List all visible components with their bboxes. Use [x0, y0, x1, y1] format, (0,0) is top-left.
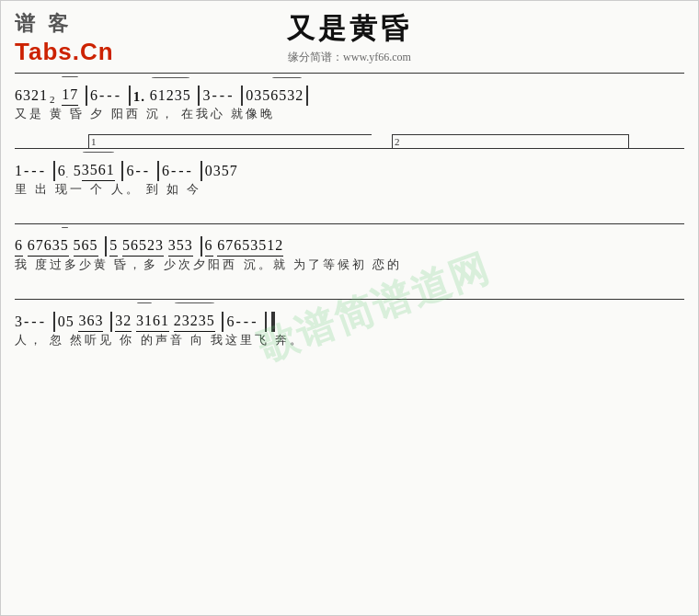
- note: 7: [70, 86, 78, 106]
- dash: -: [115, 86, 120, 106]
- note-group: 17: [62, 86, 78, 106]
- note: 5: [90, 236, 98, 257]
- note: 6: [226, 313, 235, 332]
- final-bar: [271, 312, 275, 332]
- bar-line: [265, 312, 267, 332]
- note-group: 5: [61, 236, 69, 257]
- note: 2: [147, 236, 155, 257]
- dot: .: [66, 170, 69, 181]
- note: 2: [166, 86, 175, 106]
- note: 6: [82, 236, 90, 257]
- note: 3: [175, 86, 183, 106]
- note: 1: [15, 162, 23, 181]
- bar-line: [306, 86, 308, 106]
- note: 6: [58, 162, 66, 181]
- note: 6: [150, 86, 158, 106]
- note-group: 3 1: [136, 312, 153, 332]
- arc: [175, 302, 214, 303]
- note: 5: [109, 236, 118, 257]
- subtitle: 缘分简谱：www.yf66.com: [287, 50, 412, 65]
- dash: -: [187, 162, 192, 181]
- note: 1: [144, 312, 153, 332]
- note: 3: [15, 313, 23, 332]
- title-area: 又是黄昏 缘分简谱：www.yf66.com: [287, 10, 412, 65]
- volta-1: 1: [88, 134, 372, 148]
- note: 2: [190, 312, 199, 332]
- note: 3: [52, 236, 61, 257]
- note: 3: [78, 312, 86, 332]
- note-group: 2 3 2 3 5: [174, 312, 215, 332]
- note: 6: [162, 162, 170, 181]
- note: 3: [254, 86, 262, 106]
- dash: -: [244, 313, 249, 332]
- dash: -: [212, 86, 217, 106]
- volta-2: 2: [392, 134, 629, 148]
- note: 6: [15, 86, 23, 106]
- dash: -: [24, 313, 29, 332]
- logo-tabs-text: 谱 客: [15, 10, 114, 38]
- note: 5: [139, 236, 147, 257]
- dash: -: [235, 313, 241, 332]
- note: 6: [205, 236, 213, 257]
- lyrics-row-4: 人， 忽 然听见 你 的声音 向 我这里飞 奔。: [15, 332, 684, 358]
- note-group: 3 5 6 1: [82, 161, 115, 181]
- note: 6: [153, 312, 161, 332]
- dash: -: [31, 313, 37, 332]
- notation-row-1: 6 3 2 1 2 17 6 - - - 1. 6 1 2 3 5: [15, 73, 684, 106]
- dash: -: [31, 162, 37, 181]
- note-group: 6 5 3 2: [270, 86, 304, 106]
- bar-line: [222, 312, 223, 332]
- logo-cn-text: Tabs.Cn: [15, 38, 114, 66]
- lyrics-row-2: 里 出 现一 个 人。 到 如 今: [15, 181, 684, 207]
- note: 5: [122, 236, 131, 257]
- note: 5: [279, 86, 287, 106]
- dash: -: [99, 86, 105, 106]
- logo-area: 谱 客 Tabs.Cn: [15, 10, 114, 66]
- bar-line: [121, 161, 123, 181]
- arc: [62, 76, 78, 77]
- bar-line: [198, 86, 200, 106]
- note: 1: [62, 86, 70, 106]
- bar-line: [110, 312, 112, 332]
- note: 5: [222, 162, 230, 181]
- dash: -: [143, 162, 149, 181]
- bar-line: [157, 161, 159, 181]
- dash: -: [220, 86, 225, 106]
- bar-line: [241, 86, 243, 106]
- dash: -: [40, 162, 45, 181]
- dash: -: [107, 86, 112, 106]
- note: 6: [217, 236, 225, 257]
- note: 1: [107, 161, 115, 181]
- dash: -: [171, 162, 177, 181]
- repeat-marker: 1.: [133, 88, 145, 107]
- notation-row-2: 1 2 1 - - - 6. 5 3 5 6 1 6 - - 6 - - -: [15, 148, 684, 181]
- note: 3: [250, 236, 258, 257]
- note: 5: [74, 236, 82, 257]
- note-group: 6 1 2 3 5: [150, 86, 191, 106]
- bar-line: [53, 312, 55, 332]
- note: 0: [205, 162, 213, 181]
- note: 3: [82, 161, 90, 181]
- notation-row-3: 6 6 7 6 3 5 5 6 5 5 5 6 5 2 3 3 5 3 6 6: [15, 223, 684, 257]
- note: 3: [182, 312, 190, 332]
- note: 5: [262, 86, 270, 106]
- dash: -: [227, 86, 233, 106]
- note: 6: [90, 86, 98, 106]
- header: 谱 客 Tabs.Cn 又是黄昏 缘分简谱：www.yf66.com: [15, 10, 684, 65]
- note: 3: [115, 312, 123, 332]
- section-gap-3: [15, 282, 684, 299]
- note: 3: [202, 86, 211, 106]
- note: 5: [242, 236, 250, 257]
- note: 6: [126, 162, 134, 181]
- note: 7: [230, 162, 238, 181]
- arc: [62, 227, 68, 228]
- note: 3: [95, 312, 103, 332]
- note: 0: [246, 86, 254, 106]
- dash: -: [178, 162, 184, 181]
- arc: [152, 77, 189, 78]
- note: 2: [50, 93, 56, 106]
- note: 7: [36, 236, 44, 257]
- note: 5: [61, 236, 69, 257]
- note: 3: [199, 312, 207, 332]
- note: 5: [177, 236, 185, 257]
